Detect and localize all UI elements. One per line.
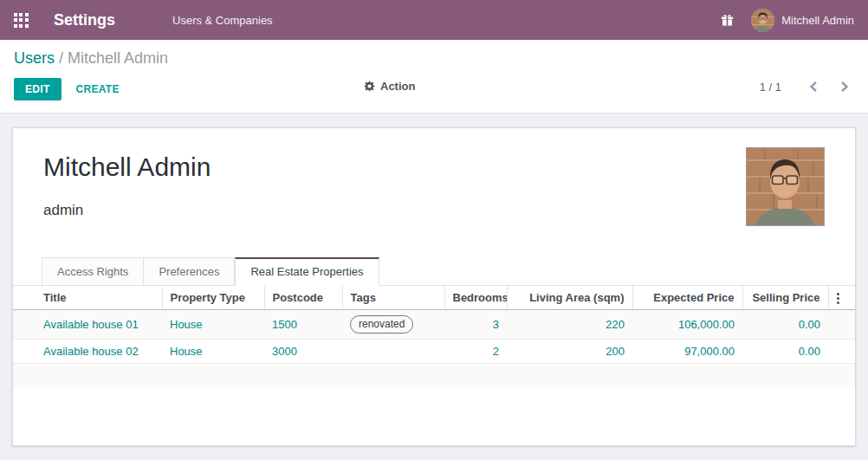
cell-bedrooms[interactable]: 3 [444, 310, 507, 340]
cell-property-type[interactable]: House [162, 340, 264, 364]
column-header-postcode[interactable]: Postcode [264, 286, 342, 310]
table-row[interactable]: Available house 01 House 1500 renovated … [13, 310, 855, 340]
cell-selling-price[interactable]: 0.00 [742, 340, 828, 364]
cell-expected-price[interactable]: 106,000.00 [632, 310, 742, 340]
pager-previous-button[interactable] [804, 79, 823, 94]
user-photo [746, 147, 825, 226]
column-header-tags[interactable]: Tags [342, 286, 444, 310]
column-header-bedrooms[interactable]: Bedrooms [444, 286, 507, 310]
notebook-tabs: Access Rights Preferences Real Estate Pr… [13, 256, 855, 286]
cell-living-area[interactable]: 200 [507, 340, 632, 364]
cell-property-type[interactable]: House [162, 310, 264, 340]
empty-table-row [13, 364, 855, 388]
top-navbar: Settings Users & Companies Mitchell Admi… [0, 0, 868, 40]
column-header-property-type[interactable]: Property Type [162, 286, 264, 310]
action-menu-button[interactable]: Action [364, 80, 415, 93]
cell-tags[interactable]: renovated [342, 310, 444, 340]
form-sheet: Mitchell Admin admin [12, 127, 856, 446]
breadcrumb-current: Mitchell Admin [68, 49, 168, 67]
table-header-row: Title Property Type Postcode Tags Bedroo… [13, 286, 855, 310]
cell-postcode[interactable]: 3000 [264, 340, 342, 364]
column-header-living-area[interactable]: Living Area (sqm) [507, 286, 632, 310]
user-avatar [751, 9, 774, 32]
column-header-expected-price[interactable]: Expected Price [632, 286, 742, 310]
edit-button[interactable]: EDIT [14, 78, 62, 100]
cell-expected-price[interactable]: 97,000.00 [632, 340, 742, 364]
record-login: admin [43, 201, 855, 220]
column-header-title[interactable]: Title [13, 286, 162, 310]
breadcrumb-separator: / [59, 49, 63, 67]
kebab-menu-icon [837, 293, 839, 304]
optional-columns-toggle[interactable] [828, 286, 855, 310]
column-header-selling-price[interactable]: Selling Price [742, 286, 828, 310]
breadcrumb: Users / Mitchell Admin [14, 49, 854, 68]
tag-badge: renovated [350, 315, 413, 334]
cell-postcode[interactable]: 1500 [264, 310, 342, 340]
cell-tags[interactable] [342, 340, 444, 364]
pager-next-button[interactable] [835, 79, 854, 94]
cell-living-area[interactable]: 220 [507, 310, 632, 340]
create-button[interactable]: CREATE [76, 83, 120, 95]
gear-icon [364, 81, 375, 92]
cell-bedrooms[interactable]: 2 [444, 340, 507, 364]
table-row[interactable]: Available house 02 House 3000 2 200 97,0… [13, 340, 855, 364]
tab-preferences[interactable]: Preferences [144, 257, 235, 285]
current-app-title[interactable]: Settings [54, 11, 115, 29]
gift-icon[interactable] [721, 14, 734, 27]
pager-count: 1 / 1 [760, 81, 781, 94]
cell-selling-price[interactable]: 0.00 [742, 310, 828, 340]
content-area: Mitchell Admin admin [0, 127, 868, 460]
cell-title[interactable]: Available house 02 [13, 340, 162, 364]
chevron-right-icon [840, 81, 849, 93]
user-menu[interactable]: Mitchell Admin [751, 9, 868, 32]
chevron-left-icon [809, 81, 818, 93]
properties-table: Title Property Type Postcode Tags Bedroo… [13, 286, 855, 388]
cell-title[interactable]: Available house 01 [13, 310, 162, 340]
tab-real-estate-properties[interactable]: Real Estate Properties [235, 257, 379, 286]
user-name-label: Mitchell Admin [781, 14, 854, 27]
action-menu-label: Action [380, 80, 415, 93]
breadcrumb-users-link[interactable]: Users [14, 49, 55, 67]
apps-menu-button[interactable] [0, 0, 42, 40]
menu-users-companies[interactable]: Users & Companies [172, 14, 273, 27]
apps-grid-icon [14, 13, 29, 28]
control-panel: Users / Mitchell Admin EDIT CREATE Actio… [0, 40, 868, 113]
record-name: Mitchell Admin [43, 151, 855, 184]
pager: 1 / 1 [760, 79, 854, 94]
tab-access-rights[interactable]: Access Rights [42, 257, 144, 285]
